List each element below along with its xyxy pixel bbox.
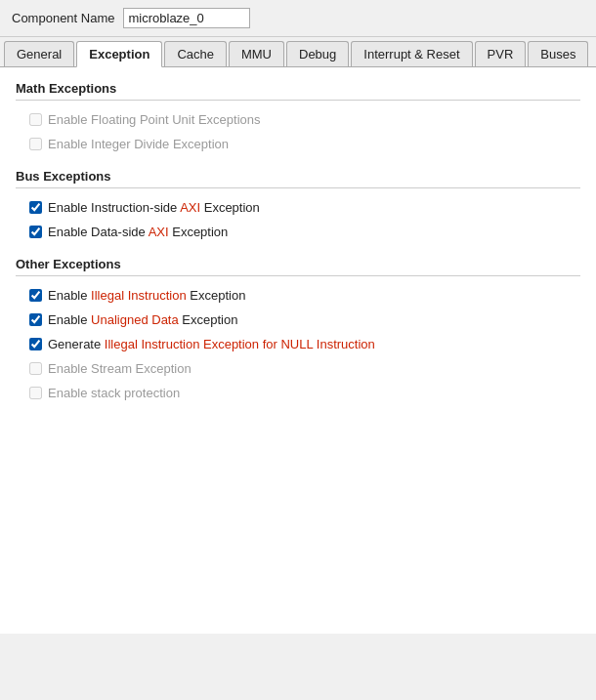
component-name-label: Component Name — [12, 11, 115, 25]
list-item: Enable Unaligned Data Exception — [29, 312, 580, 327]
list-item: Enable Floating Point Unit Exceptions — [29, 112, 580, 127]
section-other-exceptions-title: Other Exceptions — [16, 257, 580, 276]
label-stream: Enable Stream Exception — [48, 361, 192, 376]
checkbox-null-instr[interactable] — [29, 338, 42, 350]
component-name-input[interactable] — [123, 8, 250, 28]
label-illegal-instr: Enable Illegal Instruction Exception — [48, 288, 245, 303]
tab-bar: General Exception Cache MMU Debug Interr… — [0, 37, 596, 67]
content-area: Math Exceptions Enable Floating Point Un… — [0, 67, 596, 634]
checkbox-unaligned[interactable] — [29, 313, 42, 326]
section-math-exceptions-content: Enable Floating Point Unit Exceptions En… — [16, 106, 580, 151]
header: Component Name — [0, 0, 596, 37]
section-bus-exceptions: Bus Exceptions Enable Instruction-side A… — [16, 169, 580, 239]
tab-mmu[interactable]: MMU — [229, 41, 284, 66]
highlight-axi-data: AXI — [149, 225, 169, 239]
section-bus-exceptions-title: Bus Exceptions — [16, 169, 580, 188]
highlight-unaligned: Unaligned Data — [91, 312, 179, 327]
checkbox-data-axi[interactable] — [29, 226, 42, 238]
checkbox-fpu[interactable] — [29, 113, 42, 126]
label-fpu: Enable Floating Point Unit Exceptions — [48, 112, 261, 127]
list-item: Enable Data-side AXI Exception — [29, 225, 580, 239]
section-other-exceptions: Other Exceptions Enable Illegal Instruct… — [16, 257, 580, 400]
highlight-null-instr: Illegal Instruction Exception for NULL I… — [105, 337, 375, 351]
section-math-exceptions-title: Math Exceptions — [16, 81, 580, 101]
section-math-exceptions: Math Exceptions Enable Floating Point Un… — [16, 81, 580, 151]
tab-exception[interactable]: Exception — [76, 41, 162, 67]
list-item: Generate Illegal Instruction Exception f… — [29, 337, 580, 351]
label-instr-axi: Enable Instruction-side AXI Exception — [48, 200, 260, 215]
list-item: Enable Illegal Instruction Exception — [29, 288, 580, 303]
list-item: Enable Instruction-side AXI Exception — [29, 200, 580, 215]
label-data-axi: Enable Data-side AXI Exception — [48, 225, 228, 239]
label-unaligned: Enable Unaligned Data Exception — [48, 312, 237, 327]
checkbox-illegal-instr[interactable] — [29, 289, 42, 302]
label-null-instr: Generate Illegal Instruction Exception f… — [48, 337, 375, 351]
tab-pvr[interactable]: PVR — [475, 41, 527, 66]
list-item: Enable stack protection — [29, 386, 580, 400]
tab-debug[interactable]: Debug — [286, 41, 349, 66]
list-item: Enable Stream Exception — [29, 361, 580, 376]
checkbox-integer-divide[interactable] — [29, 138, 42, 150]
section-bus-exceptions-content: Enable Instruction-side AXI Exception En… — [16, 194, 580, 239]
tab-cache[interactable]: Cache — [164, 41, 227, 66]
label-stack: Enable stack protection — [48, 386, 180, 400]
checkbox-instr-axi[interactable] — [29, 201, 42, 214]
label-integer-divide: Enable Integer Divide Exception — [48, 137, 229, 151]
checkbox-stream[interactable] — [29, 362, 42, 375]
highlight-illegal-instr: Illegal Instruction — [91, 288, 187, 303]
list-item: Enable Integer Divide Exception — [29, 137, 580, 151]
tab-buses[interactable]: Buses — [528, 41, 588, 66]
section-other-exceptions-content: Enable Illegal Instruction Exception Ena… — [16, 282, 580, 400]
tab-interrupt-reset[interactable]: Interrupt & Reset — [351, 41, 472, 66]
tab-general[interactable]: General — [4, 41, 74, 66]
highlight-axi-instr: AXI — [180, 200, 200, 215]
checkbox-stack[interactable] — [29, 387, 42, 399]
